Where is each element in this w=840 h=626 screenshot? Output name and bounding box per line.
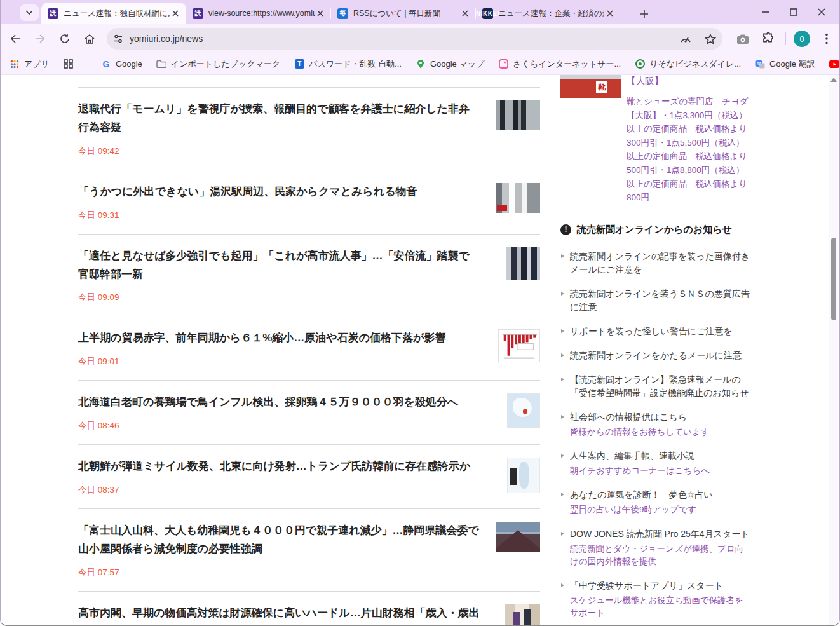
ad-thumbnail[interactable]: 靴 — [560, 75, 621, 98]
back-button[interactable] — [4, 28, 25, 50]
shoe-store-ad[interactable]: 靴 【大阪】 靴とシューズの専門店 チヨダ【大阪】・1点3,300円（税込）以上… — [560, 75, 751, 205]
notice-item[interactable]: 読売新聞オンラインの記事を装った画像付きメールにご注意を — [560, 250, 751, 276]
notice-item-text[interactable]: 人生案内、編集手帳、連載小説 — [570, 449, 751, 463]
article-thumbnail[interactable] — [505, 604, 540, 626]
article-headline[interactable]: 「富士山入山料、大人も幼稚園児も４０００円で親子連れ減少」…静岡県議会委で山小屋… — [78, 522, 480, 559]
tab-close-icon[interactable] — [170, 8, 181, 19]
article-headline[interactable]: 「うかつに外出できない」湯沢駅周辺、民家からクマとみられる物音 — [78, 183, 480, 201]
performance-icon[interactable] — [679, 34, 692, 44]
notice-item[interactable]: あなたの運気を診断！ 夢色☆占い 翌日の占いは午後9時アップです — [560, 488, 751, 516]
article-row[interactable]: 北朝鮮が弾道ミサイル数発、北東に向け発射…トランプ氏訪韓前に存在感誇示か 今日 … — [78, 445, 540, 509]
article-headline[interactable]: 「適任と見なせば多少強引でも起用」「これが高市流人事」…「安倍流」踏襲で官邸幹部… — [78, 247, 480, 284]
article-thumbnail[interactable] — [496, 100, 540, 130]
article-thumbnail-map[interactable] — [507, 393, 540, 428]
article-row[interactable]: 退職代行「モームリ」を警視庁が捜索、報酬目的で顧客を弁護士に紹介した非弁行為容疑… — [78, 88, 540, 170]
password-tool-icon: T — [295, 59, 304, 69]
tab-close-icon[interactable] — [315, 8, 326, 19]
ad-region-label[interactable]: 【大阪】 — [627, 75, 751, 87]
notice-item-link[interactable]: 翌日の占いは午後9時アップです — [570, 503, 751, 516]
article-thumbnail-chart[interactable] — [498, 329, 540, 362]
bookmark-label: Google マップ — [430, 58, 484, 70]
article-headline[interactable]: 高市内閣、早期の物価高対策は財源確保に高いハードル…片山財務相「歳入・歳出両面で… — [78, 604, 480, 626]
apps-grid-icon — [10, 59, 20, 69]
tab-yomiuri-news[interactable]: 読 ニュース速報：独自取材網による最 — [41, 3, 186, 24]
vertical-scrollbar[interactable] — [829, 75, 838, 626]
tab-mainichi-rss[interactable]: 毎 RSSについて | 毎日新聞 — [331, 3, 476, 24]
article-headline[interactable]: 北海道白老町の養鶏場で鳥インフル検出、採卵鶏４５万９０００羽を殺処分へ — [78, 393, 480, 412]
article-row[interactable]: 「富士山入山料、大人も幼稚園児も４０００円で親子連れ減少」…静岡県議会委で山小屋… — [78, 509, 540, 592]
notice-item-link[interactable]: 朝イチおすすめコーナーはこちらへ — [570, 465, 751, 477]
address-bar[interactable]: yomiuri.co.jp/news — [107, 28, 722, 50]
reading-list-button[interactable] — [64, 59, 78, 69]
tab-search-button[interactable] — [20, 4, 39, 21]
bookmark-google[interactable]: G Google — [101, 59, 142, 69]
article-thumbnail[interactable] — [506, 247, 540, 280]
tab-title: view-source:https://www.yomiu — [208, 9, 315, 18]
tab-close-icon[interactable] — [459, 8, 471, 19]
bookmark-star-icon[interactable] — [705, 34, 716, 44]
notice-item-text[interactable]: あなたの運気を診断！ 夢色☆占い — [570, 488, 751, 501]
maximize-button[interactable] — [780, 2, 808, 22]
notice-item-text[interactable]: 「中学受験サポートアプリ」スタート — [570, 579, 751, 592]
article-thumbnail-map[interactable] — [507, 458, 540, 493]
notice-item[interactable]: DOW JONES 読売新聞 Pro 25年4月スタート 読売新聞とダウ・ジョー… — [560, 527, 751, 569]
profile-avatar[interactable]: 0 — [794, 31, 810, 47]
notice-item[interactable]: 読売新聞オンラインを装うＳＮＳの悪質広告に注意 — [560, 287, 751, 314]
article-row[interactable]: 北海道白老町の養鶏場で鳥インフル検出、採卵鶏４５万９０００羽を殺処分へ 今日 0… — [78, 381, 540, 445]
notice-item[interactable]: サポートを装った怪しい警告にご注意を — [560, 325, 751, 338]
tab-view-source[interactable]: 読 view-source:https://www.yomiu — [186, 3, 331, 24]
bookmark-google-translate[interactable]: Google 翻訳 — [755, 58, 815, 70]
home-button[interactable] — [79, 28, 100, 50]
tab-close-icon[interactable] — [604, 8, 616, 19]
bookmark-imported-folder[interactable]: インポートしたブックマーク — [156, 58, 280, 70]
right-sidebar: 靴 【大阪】 靴とシューズの専門店 チヨダ【大阪】・1点3,300円（税込）以上… — [560, 75, 751, 626]
tab-nikkei-news[interactable]: NIKKEI ニュース速報：企業・経済の最新情 — [476, 3, 621, 24]
bookmark-sakura-internet[interactable]: さくらインターネットサー... — [498, 58, 621, 70]
notice-item-text[interactable]: 【読売新聞オンライン】緊急速報メールの「受信希望時間帯」設定機能廃止のお知らせ — [570, 373, 751, 400]
notice-item-text[interactable]: 社会部への情報提供はこちら — [570, 411, 751, 424]
article-thumbnail[interactable] — [496, 522, 540, 552]
tab-title: RSSについて | 毎日新聞 — [353, 8, 459, 19]
kebab-menu-icon[interactable] — [816, 29, 837, 49]
notice-item-link[interactable]: 読売新聞とダウ・ジョーンズが連携、プロ向けの国内外情報を提供 — [570, 543, 751, 569]
notice-item-link[interactable]: スケジュール機能とお役立ち動画で保護者をサポート — [570, 594, 751, 620]
bookmark-password-tool[interactable]: T パスワード・乱数 自動... — [294, 58, 402, 70]
article-time: 今日 09:09 — [78, 292, 119, 303]
new-tab-button[interactable] — [636, 6, 653, 22]
reload-button[interactable] — [55, 28, 76, 50]
article-thumbnail[interactable] — [496, 183, 540, 213]
article-row[interactable]: 「うかつに外出できない」湯沢駅周辺、民家からクマとみられる物音 今日 09:31 — [78, 170, 540, 235]
article-headline[interactable]: 上半期の貿易赤字、前年同期から６１%縮小…原油や石炭の価格下落が影響 — [78, 329, 480, 348]
screenshot-camera-icon[interactable] — [733, 29, 753, 49]
article-row[interactable]: 高市内閣、早期の物価高対策は財源確保に高いハードル…片山財務相「歳入・歳出両面で… — [78, 592, 540, 626]
notice-item-text[interactable]: サポートを装った怪しい警告にご注意を — [570, 325, 751, 338]
bookmark-resona[interactable]: りそなビジネスダイレ... — [635, 58, 741, 70]
ad-body-text[interactable]: 靴とシューズの専門店 チヨダ【大阪】・1点3,300円（税込）以上の定価商品 税… — [627, 95, 751, 205]
article-headline[interactable]: 北朝鮮が弾道ミサイル数発、北東に向け発射…トランプ氏訪韓前に存在感誇示か — [78, 458, 480, 476]
notice-item[interactable]: 社会部への情報提供はこちら 皆様からの情報をお待ちしています — [560, 411, 751, 439]
article-row[interactable]: 「適任と見なせば多少強引でも起用」「これが高市流人事」…「安倍流」踏襲で官邸幹部… — [78, 235, 540, 317]
article-headline[interactable]: 退職代行「モームリ」を警視庁が捜索、報酬目的で顧客を弁護士に紹介した非弁行為容疑 — [78, 100, 480, 137]
article-row[interactable]: 上半期の貿易赤字、前年同期から６１%縮小…原油や石炭の価格下落が影響 今日 09… — [78, 316, 540, 381]
notice-item[interactable]: 人生案内、編集手帳、連載小説 朝イチおすすめコーナーはこちらへ — [560, 449, 751, 477]
notice-item-text[interactable]: 読売新聞オンラインをかたるメールに注意 — [570, 349, 751, 362]
notice-item[interactable]: 【読売新聞オンライン】緊急速報メールの「受信希望時間帯」設定機能廃止のお知らせ — [560, 373, 751, 400]
notice-item-link[interactable]: 皆様からの情報をお待ちしています — [570, 426, 751, 439]
notice-item-text[interactable]: 読売新聞オンラインを装うＳＮＳの悪質広告に注意 — [570, 287, 751, 314]
minimize-button[interactable] — [752, 2, 780, 22]
url-text[interactable]: yomiuri.co.jp/news — [130, 34, 203, 44]
bookmark-label: パスワード・乱数 自動... — [309, 58, 402, 70]
apps-shortcut[interactable]: アプリ — [10, 58, 50, 70]
bookmark-youtube[interactable]: YouTube — [829, 59, 840, 69]
site-settings-icon[interactable] — [113, 34, 123, 44]
close-button[interactable] — [808, 2, 836, 22]
notice-item[interactable]: 「中学受験サポートアプリ」スタート スケジュール機能とお役立ち動画で保護者をサポ… — [560, 579, 751, 620]
scrollbar-up-arrow[interactable] — [830, 78, 837, 82]
bookmark-google-maps[interactable]: Google マップ — [416, 58, 484, 70]
notice-item-text[interactable]: 読売新聞オンラインの記事を装った画像付きメールにご注意を — [570, 250, 751, 276]
notice-item[interactable]: 読売新聞オンラインをかたるメールに注意 — [560, 349, 751, 362]
forward-button[interactable] — [29, 28, 50, 50]
scrollbar-thumb[interactable] — [831, 238, 836, 320]
extensions-puzzle-icon[interactable] — [758, 29, 778, 49]
notice-item-text[interactable]: DOW JONES 読売新聞 Pro 25年4月スタート — [570, 527, 751, 541]
